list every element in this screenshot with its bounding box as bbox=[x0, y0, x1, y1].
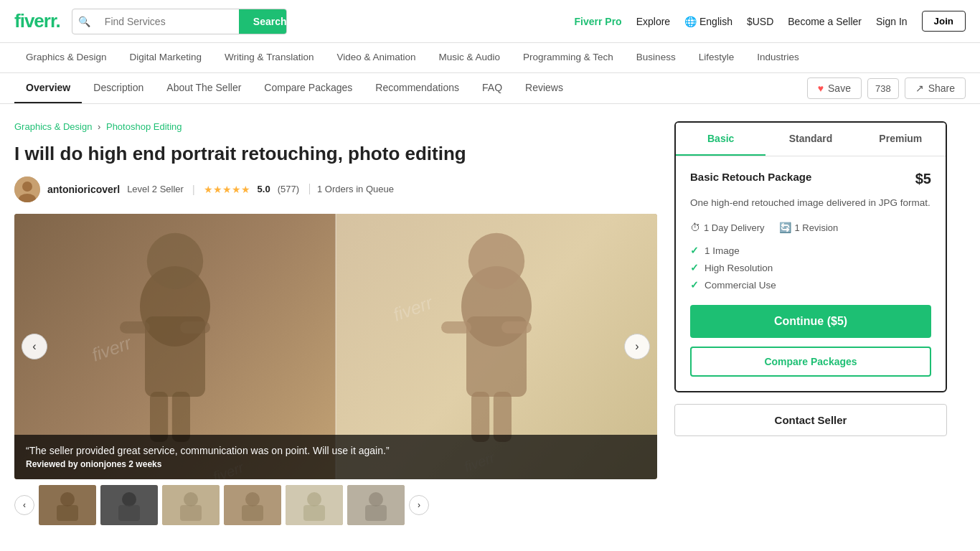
nav-item-writing[interactable]: Writing & Translation bbox=[213, 43, 325, 72]
fiverr-pro-link[interactable]: Fiverr Pro bbox=[575, 16, 622, 27]
package-header: Basic Retouch Package $5 bbox=[690, 171, 931, 187]
svg-rect-11 bbox=[180, 321, 210, 334]
search-icon: 🔍 bbox=[72, 16, 96, 27]
save-count: 738 bbox=[867, 78, 899, 99]
main-content: Graphics & Design › Photoshop Editing I … bbox=[0, 104, 961, 550]
thumb-next-arrow[interactable]: › bbox=[409, 495, 429, 515]
review-quote: “The seller provided great service, comm… bbox=[26, 445, 646, 456]
tab-faq[interactable]: FAQ bbox=[471, 73, 514, 103]
svg-point-15 bbox=[468, 233, 524, 289]
tab-standard[interactable]: Standard bbox=[765, 123, 855, 156]
svg-rect-37 bbox=[242, 505, 263, 521]
sub-nav: Overview Description About The Seller Co… bbox=[0, 73, 980, 104]
contact-seller-button[interactable]: Contact Seller bbox=[674, 404, 947, 436]
clock-icon: ⏱ bbox=[690, 222, 700, 233]
gallery-main-image: fiverr fiverr fiverr fiverr ‹ › “The sel… bbox=[14, 214, 657, 479]
share-button[interactable]: ↗ Share bbox=[905, 77, 966, 99]
compare-packages-button[interactable]: Compare Packages bbox=[690, 347, 931, 377]
revisions-info: 🔄 1 Revision bbox=[779, 222, 839, 233]
sign-in-link[interactable]: Sign In bbox=[876, 16, 908, 27]
tab-reviews[interactable]: Reviews bbox=[514, 73, 575, 103]
nav-item-programming[interactable]: Programming & Tech bbox=[512, 43, 625, 72]
share-label: Share bbox=[928, 83, 955, 94]
breadcrumb-subcategory[interactable]: Photoshop Editing bbox=[106, 121, 182, 132]
svg-point-27 bbox=[60, 492, 75, 507]
seller-level: Level 2 Seller bbox=[127, 184, 184, 194]
package-meta: ⏱ 1 Day Delivery 🔄 1 Revision bbox=[690, 222, 931, 233]
svg-point-36 bbox=[245, 492, 260, 507]
thumbnail-4[interactable] bbox=[224, 485, 281, 525]
nav-item-industries[interactable]: Industries bbox=[745, 43, 811, 72]
package-description: One high-end retouched image delivered i… bbox=[690, 196, 931, 210]
search-button[interactable]: Search bbox=[239, 9, 287, 34]
nav-item-graphics[interactable]: Graphics & Design bbox=[14, 43, 118, 72]
logo-dot: . bbox=[56, 10, 60, 32]
save-button[interactable]: ♥ Save bbox=[807, 77, 862, 99]
continue-button[interactable]: Continue ($5) bbox=[690, 305, 931, 338]
arrow-right-icon: › bbox=[635, 340, 639, 353]
svg-point-42 bbox=[369, 492, 383, 507]
currency-selector[interactable]: $USD bbox=[747, 16, 773, 27]
tab-recommendations[interactable]: Recommendations bbox=[364, 73, 471, 103]
thumb-prev-arrow[interactable]: ‹ bbox=[14, 495, 34, 515]
svg-rect-31 bbox=[118, 505, 140, 521]
svg-point-39 bbox=[307, 492, 321, 507]
nav-item-music[interactable]: Music & Audio bbox=[428, 43, 512, 72]
tab-description[interactable]: Description bbox=[82, 73, 155, 103]
package-name: Basic Retouch Package bbox=[690, 171, 811, 183]
thumb-right-icon: › bbox=[418, 500, 420, 510]
tab-basic[interactable]: Basic bbox=[676, 123, 765, 156]
gallery-next-arrow[interactable]: › bbox=[624, 334, 650, 359]
breadcrumb-separator: › bbox=[98, 121, 103, 132]
globe-icon: 🌐 bbox=[684, 16, 697, 27]
nav-item-marketing[interactable]: Digital Marketing bbox=[118, 43, 214, 72]
breadcrumb-category[interactable]: Graphics & Design bbox=[14, 121, 92, 132]
header: fiverr. 🔍 Search Fiverr Pro Explore 🌐 En… bbox=[0, 0, 980, 43]
tab-about-seller[interactable]: About The Seller bbox=[155, 73, 253, 103]
orders-queue: 1 Orders in Queue bbox=[309, 184, 394, 194]
review-count[interactable]: (577) bbox=[278, 184, 299, 194]
svg-point-30 bbox=[122, 492, 136, 507]
save-label: Save bbox=[828, 83, 851, 94]
logo[interactable]: fiverr. bbox=[14, 10, 60, 32]
thumb-left-icon: ‹ bbox=[23, 500, 26, 510]
thumbnail-strip: ‹ bbox=[14, 485, 657, 525]
breadcrumb: Graphics & Design › Photoshop Editing bbox=[14, 121, 657, 132]
delivery-days: 1 Day Delivery bbox=[704, 222, 765, 233]
thumbnail-3[interactable] bbox=[162, 485, 220, 525]
package-body: Basic Retouch Package $5 One high-end re… bbox=[676, 156, 946, 391]
svg-rect-17 bbox=[441, 321, 471, 334]
search-input[interactable] bbox=[96, 10, 239, 33]
svg-rect-18 bbox=[501, 321, 532, 334]
tab-premium[interactable]: Premium bbox=[856, 123, 946, 156]
gallery-prev-arrow[interactable]: ‹ bbox=[22, 334, 47, 359]
svg-point-8 bbox=[147, 233, 203, 289]
feature-3: ✓ Commercial Use bbox=[690, 279, 931, 291]
nav-item-business[interactable]: Business bbox=[625, 43, 687, 72]
tab-overview[interactable]: Overview bbox=[14, 73, 82, 103]
tab-compare-packages[interactable]: Compare Packages bbox=[253, 73, 364, 103]
thumbnail-5[interactable] bbox=[286, 485, 343, 525]
explore-link[interactable]: Explore bbox=[636, 16, 670, 27]
delivery-info: ⏱ 1 Day Delivery bbox=[690, 222, 765, 233]
thumbnail-2[interactable] bbox=[100, 485, 158, 525]
logo-text: fiverr bbox=[14, 10, 56, 32]
check-icon-2: ✓ bbox=[690, 262, 699, 273]
seller-avatar[interactable] bbox=[14, 176, 40, 202]
package-features: ✓ 1 Image ✓ High Resolution ✓ Commercial… bbox=[690, 245, 931, 291]
feature-2: ✓ High Resolution bbox=[690, 262, 931, 273]
nav-item-video[interactable]: Video & Animation bbox=[325, 43, 427, 72]
svg-point-33 bbox=[184, 492, 198, 507]
join-button[interactable]: Join bbox=[922, 11, 966, 32]
become-seller-link[interactable]: Become a Seller bbox=[788, 16, 862, 27]
check-icon-1: ✓ bbox=[690, 245, 699, 256]
thumbnail-6[interactable] bbox=[347, 485, 405, 525]
seller-name[interactable]: antonioricoverl bbox=[47, 184, 120, 195]
package-price: $5 bbox=[915, 171, 931, 187]
refresh-icon: 🔄 bbox=[779, 222, 791, 233]
nav-item-lifestyle[interactable]: Lifestyle bbox=[687, 43, 746, 72]
svg-rect-34 bbox=[180, 505, 202, 521]
thumbnail-1[interactable] bbox=[39, 485, 96, 525]
language-selector[interactable]: 🌐 English bbox=[684, 16, 732, 27]
check-icon-3: ✓ bbox=[690, 279, 699, 291]
